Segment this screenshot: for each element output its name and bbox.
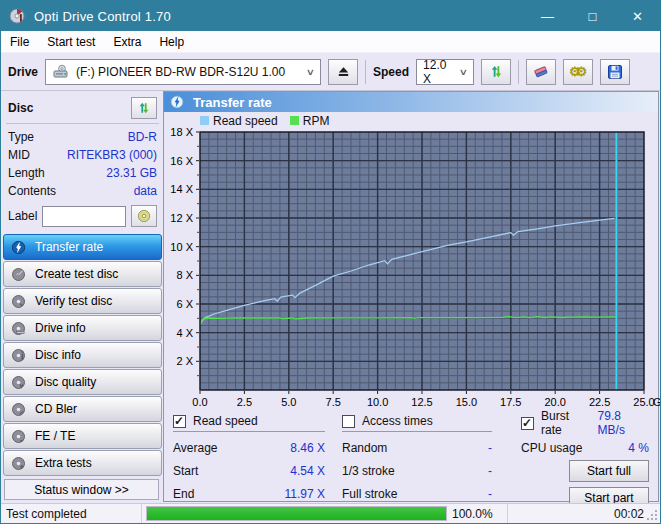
sidebar-item-label: FE / TE: [35, 429, 75, 443]
sidebar-item-create-test-disc[interactable]: Create test disc: [3, 261, 162, 287]
legend-label: RPM: [303, 114, 330, 128]
eject-button[interactable]: [328, 59, 358, 85]
menu-help[interactable]: Help: [150, 31, 193, 52]
sidebar-item-label: Create test disc: [35, 267, 118, 281]
toolbar-separator: [518, 60, 519, 84]
label-field-label: Label: [8, 209, 37, 223]
legend-swatch-rpm: [290, 116, 299, 125]
disc-row-value: RITEKBR3 (000): [67, 148, 157, 162]
sidebar: Transfer rate Create test disc Verify te…: [3, 234, 162, 477]
legend-rpm: RPM: [290, 114, 330, 128]
transfer-rate-chart: 2 X4 X6 X8 X10 X12 X14 X16 X18 X0.02.55.…: [165, 128, 661, 410]
panel-header: Transfer rate: [164, 92, 658, 112]
eject-icon: [336, 64, 351, 79]
sidebar-item-drive-info[interactable]: Drive info: [3, 315, 162, 341]
start-full-button[interactable]: Start full: [569, 460, 649, 482]
sidebar-item-disc-info[interactable]: Disc info: [3, 342, 162, 368]
sidebar-item-extra-tests[interactable]: Extra tests: [3, 450, 162, 476]
disc-icon: [11, 456, 26, 471]
result-label: Start: [173, 464, 198, 478]
save-floppy-icon: [607, 64, 623, 80]
minimize-button[interactable]: —: [525, 1, 570, 31]
y-tick-label: 4 X: [176, 327, 193, 339]
disc-row-type: Type BD-R: [8, 128, 157, 146]
speed-value: 12.0 X: [423, 58, 454, 86]
read-speed-checkbox[interactable]: [173, 415, 186, 428]
y-tick-label: 12 X: [170, 212, 193, 224]
toolbar: Drive (F:) PIONEER BD-RW BDR-S12U 1.00 ∨: [1, 53, 660, 90]
main-area: Disc Type BD-R MID RITE: [1, 90, 660, 503]
save-button[interactable]: [600, 59, 630, 85]
sidebar-item-label: CD Bler: [35, 402, 77, 416]
menu-file[interactable]: File: [1, 31, 38, 52]
refresh-arrows-icon: [137, 101, 151, 115]
result-label: End: [173, 487, 194, 501]
speed-select[interactable]: 12.0 X ∨: [416, 59, 474, 85]
eraser-icon: [533, 64, 549, 80]
result-label: 1/3 stroke: [342, 464, 395, 478]
gears-icon: ⚙⚙: [569, 64, 582, 79]
result-row-start: Start 4.54 X: [173, 464, 325, 478]
chart-area: 2 X4 X6 X8 X10 X12 X14 X16 X18 X0.02.55.…: [164, 128, 658, 410]
sidebar-item-disc-quality[interactable]: Disc quality: [3, 369, 162, 395]
disc-row-mid: MID RITEKBR3 (000): [8, 146, 157, 164]
disc-row-value: BD-R: [128, 130, 157, 144]
result-label: Full stroke: [342, 487, 397, 501]
sidebar-item-label: Drive info: [35, 321, 86, 335]
x-tick-label: 15.0: [456, 396, 477, 408]
result-value: -: [488, 464, 492, 478]
x-tick-label: 7.5: [326, 396, 341, 408]
disc-row-label: Contents: [8, 184, 56, 198]
sidebar-item-transfer-rate[interactable]: Transfer rate: [3, 234, 162, 260]
progress-percent: 100.0%: [452, 507, 507, 521]
disc-row-length: Length 23.31 GB: [8, 164, 157, 182]
chevron-down-icon: ∨: [306, 67, 315, 77]
speed-label: Speed: [373, 65, 409, 79]
resize-grip-icon[interactable]: [644, 509, 658, 523]
legend-label: Read speed: [213, 114, 278, 128]
menu-extra[interactable]: Extra: [104, 31, 150, 52]
sidebar-item-verify-test-disc[interactable]: Verify test disc: [3, 288, 162, 314]
refresh-disc-button[interactable]: [131, 97, 157, 119]
burst-rate-checkbox[interactable]: [521, 417, 534, 430]
drive-label: Drive: [8, 65, 38, 79]
result-row-random: Random -: [342, 441, 492, 455]
disc-bolt-icon: [170, 95, 184, 109]
elapsed-time: 00:02: [536, 507, 644, 521]
burst-rate-label: Burst rate: [541, 409, 591, 437]
x-tick-label: 22.5: [589, 396, 610, 408]
burst-rate-results: Burst rate 79.8 MB/s CPU usage 4 % Start…: [521, 414, 649, 509]
access-times-checkbox[interactable]: [342, 415, 355, 428]
panel-title: Transfer rate: [193, 95, 272, 110]
sidebar-item-label: Verify test disc: [35, 294, 112, 308]
status-window-button[interactable]: Status window >>: [4, 479, 159, 500]
menu-start-test[interactable]: Start test: [38, 31, 104, 52]
disc-row-label: Length: [8, 166, 45, 180]
disc-icon: [11, 294, 26, 309]
erase-disc-button[interactable]: [526, 59, 556, 85]
x-tick-label: 0.0: [192, 396, 207, 408]
y-tick-label: 14 X: [170, 183, 193, 195]
settings-button[interactable]: ⚙⚙: [563, 59, 593, 85]
disc-row-value[interactable]: data: [134, 184, 157, 198]
access-times-results: Access times Random - 1/3 stroke - Full …: [342, 414, 492, 509]
refresh-arrows-icon: [489, 64, 504, 79]
legend-swatch-read-speed: [200, 116, 209, 125]
x-tick-label: 2.5: [237, 396, 252, 408]
disc-icon: [11, 321, 26, 336]
disc-panel-title: Disc: [8, 101, 33, 115]
status-bar: Test completed 100.0% 00:02: [1, 503, 660, 523]
disc-label-button[interactable]: [131, 205, 157, 227]
drive-select[interactable]: (F:) PIONEER BD-RW BDR-S12U 1.00 ∨: [45, 59, 321, 85]
x-axis-unit: GB: [653, 396, 661, 408]
maximize-button[interactable]: □: [570, 1, 615, 31]
sidebar-item-fe-te[interactable]: FE / TE: [3, 423, 162, 449]
app-window: Opti Drive Control 1.70 — □ ✕ File Start…: [0, 0, 661, 524]
sidebar-item-cd-bler[interactable]: CD Bler: [3, 396, 162, 422]
refresh-speeds-button[interactable]: [481, 59, 511, 85]
result-row-cpu-usage: CPU usage 4 %: [521, 441, 649, 455]
y-tick-label: 18 X: [170, 126, 193, 138]
result-row-average: Average 8.46 X: [173, 441, 325, 455]
label-input[interactable]: [42, 206, 126, 227]
close-button[interactable]: ✕: [615, 1, 660, 31]
